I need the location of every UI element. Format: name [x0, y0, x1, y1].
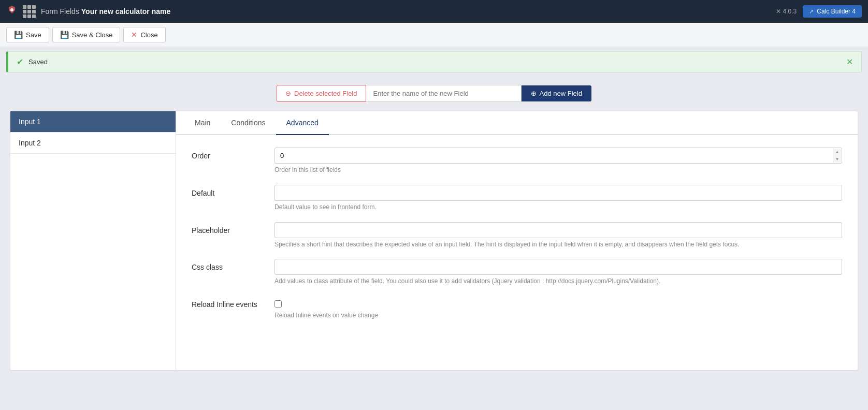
svg-point-0 — [10, 8, 13, 11]
add-icon: ⊕ — [531, 90, 537, 97]
calc-builder-label: Calc Builder 4 — [817, 8, 856, 15]
order-increment[interactable]: ▲ — [833, 149, 841, 156]
main-layout: Input 1 Input 2 Main Conditions Advanced — [10, 111, 858, 370]
order-field: ▲ ▼ Order in this list of fields — [274, 148, 842, 174]
saved-alert: ✔ Saved ✕ — [6, 51, 862, 72]
order-hint: Order in this list of fields — [274, 166, 842, 174]
version-label: ✕ 4.0.3 — [776, 8, 797, 15]
tab-bar: Main Conditions Advanced — [176, 111, 858, 135]
save-label: Save — [26, 31, 41, 39]
placeholder-field: Specifies a short hint that describes th… — [274, 222, 842, 249]
external-link-icon: ↗ — [809, 8, 814, 15]
close-icon: ✕ — [131, 31, 137, 39]
delete-field-button[interactable]: ⊖ Delete selected Field — [277, 85, 366, 102]
order-decrement[interactable]: ▼ — [833, 156, 841, 163]
default-hint: Default value to see in frontend form. — [274, 203, 842, 212]
sidebar: Input 1 Input 2 — [10, 111, 176, 370]
page-breadcrumb: Form Fields Your new calculator name — [41, 7, 170, 16]
default-label: Default — [192, 185, 274, 197]
sidebar-item-input2[interactable]: Input 2 — [10, 133, 176, 154]
placeholder-row: Placeholder Specifies a short hint that … — [192, 222, 842, 249]
alert-close-button[interactable]: ✕ — [846, 57, 853, 67]
add-field-button[interactable]: ⊕ Add new Field — [522, 85, 591, 101]
order-label: Order — [192, 148, 274, 160]
close-label: Close — [140, 31, 157, 39]
order-row: Order ▲ ▼ Order in this list of fields — [192, 148, 842, 174]
order-input-wrapper: ▲ ▼ — [274, 148, 842, 164]
close-button[interactable]: ✕ Close — [123, 27, 165, 42]
tab-advanced[interactable]: Advanced — [276, 111, 329, 135]
save-icon: 💾 — [14, 31, 23, 39]
reload-inline-row: Reload Inline events Reload Inline event… — [192, 296, 842, 320]
reload-inline-label: Reload Inline events — [192, 296, 274, 309]
tab-main[interactable]: Main — [184, 111, 221, 135]
css-class-input[interactable] — [274, 259, 842, 275]
sidebar-item-label: Input 2 — [19, 139, 41, 147]
default-field: Default value to see in frontend form. — [274, 185, 842, 212]
tab-main-label: Main — [195, 119, 210, 127]
delete-icon: ⊖ — [285, 90, 291, 97]
breadcrumb-text: Form Fields — [41, 7, 79, 16]
calc-builder-button[interactable]: ↗ Calc Builder 4 — [803, 5, 862, 18]
order-spinners: ▲ ▼ — [833, 149, 841, 163]
tab-conditions[interactable]: Conditions — [221, 111, 276, 135]
reload-inline-hint: Reload Inline events on value change — [274, 311, 842, 320]
topbar: Form Fields Your new calculator name ✕ 4… — [0, 0, 868, 23]
sidebar-item-label: Input 1 — [19, 118, 41, 126]
reload-inline-checkbox[interactable] — [274, 300, 282, 307]
css-class-field: Add values to class attribute of the fie… — [274, 259, 842, 286]
tab-conditions-label: Conditions — [231, 119, 265, 127]
delete-field-label: Delete selected Field — [294, 90, 357, 97]
add-field-label: Add new Field — [540, 90, 582, 97]
placeholder-hint: Specifies a short hint that describes th… — [274, 240, 842, 249]
right-panel: Main Conditions Advanced Order — [176, 111, 858, 370]
default-input[interactable] — [274, 185, 842, 201]
default-row: Default Default value to see in frontend… — [192, 185, 842, 212]
tab-advanced-label: Advanced — [286, 119, 319, 127]
reload-inline-field: Reload Inline events on value change — [274, 296, 842, 320]
toolbar: 💾 Save 💾 Save & Close ✕ Close — [0, 23, 868, 47]
css-class-label: Css class — [192, 259, 274, 271]
sidebar-item-input1[interactable]: Input 1 — [10, 111, 176, 133]
content-area: ⊖ Delete selected Field ⊕ Add new Field … — [0, 77, 868, 378]
css-class-hint: Add values to class attribute of the fie… — [274, 277, 842, 286]
new-field-name-input[interactable] — [366, 85, 522, 102]
alert-message: Saved — [28, 58, 48, 66]
save-button[interactable]: 💾 Save — [6, 27, 49, 42]
page-title: Your new calculator name — [81, 7, 170, 16]
topbar-left: Form Fields Your new calculator name — [6, 5, 170, 19]
save-close-icon: 💾 — [60, 31, 69, 39]
order-input[interactable] — [274, 148, 842, 164]
alert-check-icon: ✔ — [17, 57, 23, 67]
form-content: Order ▲ ▼ Order in this list of fields — [176, 135, 858, 343]
placeholder-label: Placeholder — [192, 222, 274, 235]
alert-left: ✔ Saved — [17, 57, 48, 67]
field-action-bar: ⊖ Delete selected Field ⊕ Add new Field — [10, 85, 858, 102]
grid-icon[interactable] — [23, 5, 36, 18]
joomla-logo[interactable] — [6, 5, 18, 19]
css-class-row: Css class Add values to class attribute … — [192, 259, 842, 286]
topbar-right: ✕ 4.0.3 ↗ Calc Builder 4 — [776, 5, 862, 18]
save-close-button[interactable]: 💾 Save & Close — [52, 27, 121, 42]
placeholder-input[interactable] — [274, 222, 842, 238]
save-close-label: Save & Close — [72, 31, 113, 39]
